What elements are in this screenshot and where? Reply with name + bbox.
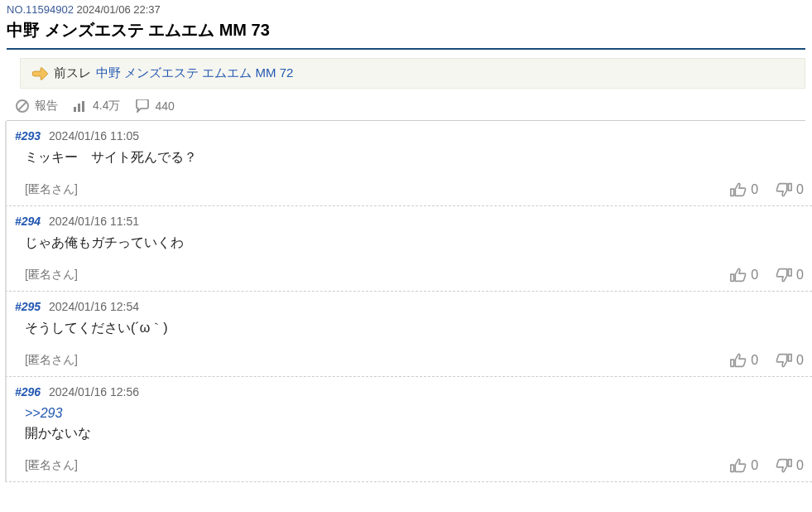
reply: #295 2024/01/16 12:54 そうしてください(´ω｀) [匿名さ… (5, 292, 812, 377)
previous-thread-label: 前スレ (54, 65, 91, 81)
reply-number[interactable]: #295 (15, 300, 41, 313)
replies-list: #293 2024/01/16 11:05 ミッキー サイト死んでる？ [匿名さ… (0, 121, 812, 482)
reply: #296 2024/01/16 12:56 >>293 開かないな [匿名さん]… (5, 377, 812, 482)
upvote-button[interactable]: 0 (729, 351, 758, 370)
reply-footer: [匿名さん] 0 0 (15, 456, 804, 475)
downvote-button[interactable]: 0 (775, 266, 804, 284)
reply-head: #296 2024/01/16 12:56 (15, 385, 804, 398)
upvote-button[interactable]: 0 (729, 456, 758, 475)
svg-line-1 (18, 102, 26, 110)
reply-footer: [匿名さん] 0 0 (15, 266, 804, 284)
thumbs-down-icon (775, 266, 793, 284)
downvote-count: 0 (796, 458, 804, 473)
downvote-count: 0 (796, 268, 804, 283)
report-button[interactable]: 報告 (15, 99, 58, 114)
thumbs-up-icon (729, 181, 747, 199)
reply-author[interactable]: [匿名さん] (25, 268, 78, 283)
thread-number[interactable]: NO.11594902 (7, 3, 74, 16)
thread-header: NO.11594902 2024/01/06 22:37 中野 メンズエステ エ… (0, 0, 812, 50)
reply-votes: 0 0 (729, 456, 804, 475)
reply-body: ミッキー サイト死んでる？ (15, 142, 804, 181)
thumbs-up-icon (729, 351, 747, 370)
chart-icon (73, 100, 88, 112)
reply-number[interactable]: #293 (15, 129, 41, 142)
thumbs-down-icon (775, 456, 793, 475)
comments-value: 440 (155, 99, 174, 113)
reply-body: じゃあ俺もガチっていくわ (15, 228, 804, 266)
reply-votes: 0 0 (729, 351, 804, 370)
reply-date: 2024/01/16 11:51 (49, 215, 139, 228)
downvote-button[interactable]: 0 (775, 181, 804, 199)
thread-date: 2024/01/06 22:37 (77, 3, 161, 16)
thumbs-up-icon (729, 266, 747, 284)
reply-reference-link[interactable]: >>293 (25, 403, 804, 423)
reply-text: そうしてください(´ω｀) (25, 321, 167, 335)
previous-thread-box: 前スレ 中野 メンズエステ エムエム MM 72 (20, 58, 805, 89)
views-value: 4.4万 (93, 99, 120, 114)
speech-bubble-icon (135, 99, 150, 113)
reply-head: #293 2024/01/16 11:05 (15, 129, 804, 142)
upvote-count: 0 (751, 268, 758, 283)
reply-author[interactable]: [匿名さん] (25, 353, 78, 368)
report-label: 報告 (35, 99, 58, 114)
reply-text: じゃあ俺もガチっていくわ (25, 235, 184, 249)
downvote-count: 0 (796, 182, 804, 197)
svg-rect-4 (82, 101, 84, 112)
reply-text: 開かないな (25, 426, 91, 440)
prohibit-icon (15, 99, 30, 114)
thread-title: 中野 メンズエステ エムエム MM 73 (7, 16, 805, 50)
reply-footer: [匿名さん] 0 0 (15, 351, 804, 370)
upvote-count: 0 (751, 458, 758, 473)
svg-rect-3 (78, 104, 80, 112)
reply-number[interactable]: #296 (15, 385, 41, 398)
reply-number[interactable]: #294 (15, 215, 41, 228)
pointing-hand-icon (31, 67, 49, 80)
reply-votes: 0 0 (729, 181, 804, 199)
stats-bar: 報告 4.4万 440 (0, 95, 812, 120)
reply: #293 2024/01/16 11:05 ミッキー サイト死んでる？ [匿名さ… (5, 121, 812, 206)
reply-author[interactable]: [匿名さん] (25, 182, 78, 197)
reply-head: #295 2024/01/16 12:54 (15, 300, 804, 313)
reply-author[interactable]: [匿名さん] (25, 458, 78, 473)
comments-stat[interactable]: 440 (135, 99, 174, 113)
thumbs-down-icon (775, 181, 793, 199)
reply-body: >>293 開かないな (15, 398, 804, 456)
thread-meta: NO.11594902 2024/01/06 22:37 (7, 3, 805, 16)
reply: #294 2024/01/16 11:51 じゃあ俺もガチっていくわ [匿名さん… (5, 206, 812, 292)
thumbs-down-icon (775, 351, 793, 370)
upvote-button[interactable]: 0 (729, 266, 758, 284)
reply-head: #294 2024/01/16 11:51 (15, 215, 804, 228)
upvote-count: 0 (751, 182, 758, 197)
svg-rect-2 (74, 107, 76, 112)
downvote-count: 0 (796, 353, 804, 368)
downvote-button[interactable]: 0 (775, 456, 804, 475)
reply-body: そうしてください(´ω｀) (15, 313, 804, 351)
reply-date: 2024/01/16 11:05 (49, 129, 139, 142)
thumbs-up-icon (729, 456, 747, 475)
reply-text: ミッキー サイト死んでる？ (25, 150, 197, 164)
reply-date: 2024/01/16 12:54 (49, 300, 139, 313)
upvote-button[interactable]: 0 (729, 181, 758, 199)
downvote-button[interactable]: 0 (775, 351, 804, 370)
previous-thread-link[interactable]: 中野 メンズエステ エムエム MM 72 (96, 65, 293, 81)
reply-footer: [匿名さん] 0 0 (15, 181, 804, 199)
reply-date: 2024/01/16 12:56 (49, 385, 139, 398)
views-stat[interactable]: 4.4万 (73, 99, 120, 114)
reply-votes: 0 0 (729, 266, 804, 284)
upvote-count: 0 (751, 353, 758, 368)
